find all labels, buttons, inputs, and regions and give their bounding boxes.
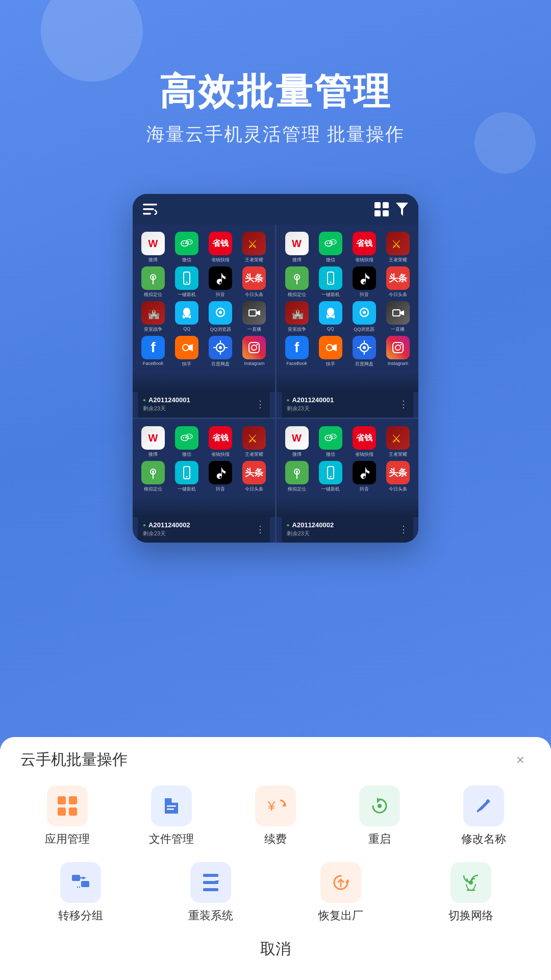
- svg-point-16: [152, 276, 154, 278]
- app-item[interactable]: QQ浏览器: [349, 301, 380, 333]
- device-footer: A2011240001 剩余23天 ⋮: [282, 392, 414, 418]
- app-item[interactable]: 模拟定位: [282, 461, 312, 493]
- app-item[interactable]: 头条 今日头条: [383, 461, 413, 493]
- action-icon-restart: [359, 786, 400, 826]
- app-item[interactable]: 一直播: [239, 301, 269, 333]
- action-item-files[interactable]: 文件管理: [124, 786, 218, 847]
- close-button[interactable]: ×: [510, 750, 531, 770]
- app-item[interactable]: 省钱 省钱快报: [349, 426, 380, 458]
- device-card-2[interactable]: W 微博 微信 省钱 省钱快报 ⚔ 王者荣耀 模拟定位 一键新机 抖音 头条 今…: [133, 419, 275, 543]
- app-item[interactable]: f FaceBook: [138, 336, 168, 368]
- svg-point-21: [185, 315, 189, 317]
- device-info: A2011240001 剩余23天: [287, 396, 334, 412]
- app-item[interactable]: ⚔ 王者荣耀: [239, 426, 269, 458]
- svg-rect-3: [374, 202, 381, 208]
- hero-title: 高效批量管理: [0, 71, 551, 112]
- app-item[interactable]: ⚔ 王者荣耀: [239, 232, 269, 263]
- app-item[interactable]: ⚔ 王者荣耀: [383, 426, 413, 458]
- app-item[interactable]: 一键新机: [315, 266, 346, 298]
- action-item-restore[interactable]: 恢复出厂: [281, 862, 400, 923]
- svg-point-37: [334, 241, 335, 242]
- app-item[interactable]: 微信: [171, 426, 202, 458]
- device-days: 剩余23天: [143, 405, 190, 412]
- svg-rect-2: [143, 213, 151, 215]
- device-info: A2011240002 剩余23天: [287, 521, 334, 537]
- app-grid: W 微博 微信 省钱 省钱快报 ⚔ 王者荣耀 模拟定位 一键新机 抖音 头条 今…: [282, 232, 414, 368]
- svg-point-9: [183, 242, 184, 243]
- device-menu-button[interactable]: ⋮: [399, 399, 408, 410]
- app-item[interactable]: 快手: [171, 336, 202, 368]
- app-item[interactable]: 一键新机: [171, 266, 202, 298]
- svg-point-71: [332, 436, 333, 437]
- app-item[interactable]: Instagram: [239, 336, 269, 368]
- device-card-3[interactable]: W 微博 微信 省钱 省钱快报 ⚔ 王者荣耀 模拟定位 一键新机 抖音 头条 今…: [277, 419, 419, 543]
- action-item-network[interactable]: 切换网络: [411, 862, 531, 923]
- app-item[interactable]: 省钱 省钱快报: [349, 232, 380, 263]
- app-item[interactable]: 模拟定位: [138, 461, 168, 493]
- device-card-0[interactable]: W 微博 微信 省钱 省钱快报 ⚔ 王者荣耀 模拟定位 一键新机 抖音 头条 今…: [133, 225, 275, 418]
- app-item[interactable]: 微信: [171, 232, 202, 263]
- action-label-reinstall: 重装系统: [188, 908, 233, 923]
- app-item[interactable]: 一直播: [383, 301, 413, 333]
- app-item[interactable]: 一键新机: [171, 461, 202, 493]
- action-item-apps[interactable]: 应用管理: [20, 786, 114, 847]
- device-card-1[interactable]: W 微博 微信 省钱 省钱快报 ⚔ 王者荣耀 模拟定位 一键新机 抖音 头条 今…: [277, 225, 419, 418]
- svg-rect-79: [69, 796, 77, 804]
- action-item-move[interactable]: 转移分组: [20, 862, 140, 923]
- phone-frame: W 微博 微信 省钱 省钱快报 ⚔ 王者荣耀 模拟定位 一键新机 抖音 头条 今…: [133, 194, 418, 543]
- device-menu-button[interactable]: ⋮: [256, 399, 265, 410]
- app-item[interactable]: 百度网盘: [349, 336, 380, 368]
- svg-point-59: [186, 434, 192, 439]
- app-item[interactable]: 头条 今日头条: [239, 266, 269, 298]
- app-item[interactable]: 快手: [315, 336, 346, 368]
- app-item[interactable]: QQ: [315, 301, 346, 333]
- app-item[interactable]: W 微博: [138, 232, 168, 263]
- device-id: A2011240002: [287, 521, 334, 529]
- svg-point-57: [183, 437, 184, 438]
- app-item[interactable]: 模拟定位: [282, 266, 312, 298]
- app-item[interactable]: W 微博: [138, 426, 168, 458]
- svg-marker-49: [400, 310, 404, 315]
- device-menu-button[interactable]: ⋮: [399, 524, 408, 535]
- svg-point-35: [330, 240, 336, 244]
- app-item[interactable]: QQ: [171, 301, 202, 333]
- app-item[interactable]: ⚔ 王者荣耀: [383, 232, 413, 263]
- device-menu-button[interactable]: ⋮: [256, 524, 265, 535]
- svg-point-64: [152, 471, 154, 473]
- svg-rect-94: [203, 888, 218, 891]
- app-item[interactable]: 头条 今日头条: [383, 266, 413, 298]
- svg-rect-6: [383, 210, 389, 216]
- svg-point-33: [327, 242, 328, 243]
- action-grid-row2: 转移分组 重装系统 恢复出厂 切换网络: [20, 862, 531, 923]
- app-item[interactable]: 省钱 省钱快报: [205, 426, 236, 458]
- app-item[interactable]: 模拟定位: [138, 266, 168, 298]
- action-item-renew[interactable]: ¥ 续费: [229, 786, 322, 847]
- app-item[interactable]: f FaceBook: [282, 336, 312, 368]
- cancel-button[interactable]: 取消: [260, 940, 291, 957]
- app-item[interactable]: W 微博: [282, 426, 312, 458]
- app-item[interactable]: 微信: [315, 426, 346, 458]
- app-item[interactable]: W 微博: [282, 232, 312, 263]
- app-item[interactable]: 一键新机: [315, 461, 346, 493]
- app-item[interactable]: 抖音: [349, 461, 380, 493]
- device-footer: A2011240001 剩余23天 ⋮: [138, 392, 270, 418]
- app-item[interactable]: 百度网盘: [205, 336, 236, 368]
- device-days: 剩余23天: [143, 530, 190, 537]
- app-item[interactable]: Instagram: [383, 336, 413, 368]
- app-item[interactable]: 抖音: [205, 461, 236, 493]
- app-item[interactable]: 微信: [315, 232, 346, 263]
- action-item-reinstall[interactable]: 重装系统: [151, 862, 270, 923]
- app-item[interactable]: QQ浏览器: [205, 301, 236, 333]
- action-item-restart[interactable]: 重启: [333, 786, 427, 847]
- app-item[interactable]: 抖音: [205, 266, 236, 298]
- device-id: A2011240001: [143, 396, 190, 404]
- app-item[interactable]: 🏰 皇室战争: [138, 301, 168, 333]
- app-item[interactable]: 头条 今日头条: [239, 461, 269, 493]
- device-footer: A2011240002 剩余23天 ⋮: [138, 517, 270, 543]
- svg-rect-5: [374, 210, 381, 216]
- svg-point-26: [183, 345, 189, 351]
- app-item[interactable]: 抖音: [349, 266, 380, 298]
- app-item[interactable]: 省钱 省钱快报: [205, 232, 236, 263]
- app-item[interactable]: 🏰 皇室战争: [282, 301, 312, 333]
- action-item-rename[interactable]: 修改名称: [437, 786, 531, 847]
